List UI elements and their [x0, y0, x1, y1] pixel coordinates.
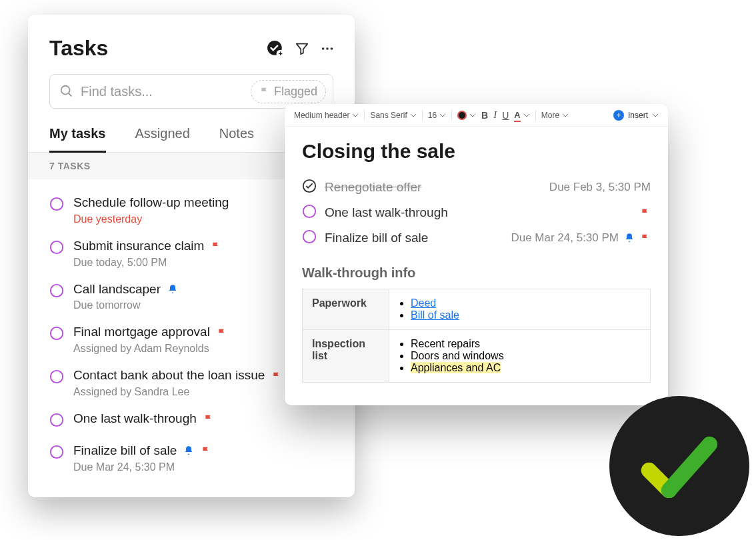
insert-label: Insert	[628, 111, 648, 120]
task-title: One last walk-through	[73, 411, 197, 427]
task-checkbox-checked[interactable]	[302, 179, 317, 196]
svg-line-7	[69, 93, 72, 97]
flag-icon	[640, 233, 651, 243]
text-color-picker[interactable]	[457, 111, 476, 120]
task-title: Contact bank about the loan issue	[73, 368, 265, 383]
flag-icon	[201, 445, 211, 456]
svg-point-3	[322, 47, 325, 50]
flag-icon	[271, 371, 282, 381]
svg-point-9	[51, 241, 63, 253]
flag-icon	[211, 241, 221, 251]
task-checkbox[interactable]	[49, 240, 64, 257]
note-panel: Medium header Sans Serif 16 B I U A More	[285, 104, 668, 405]
table-cell: Deed Bill of sale	[389, 289, 651, 330]
flagged-filter-chip[interactable]: Flagged	[251, 80, 326, 103]
size-label: 16	[428, 111, 437, 120]
chevron-down-icon	[652, 112, 659, 119]
tab-notes[interactable]: Notes	[219, 121, 254, 152]
insert-button[interactable]: + Insert	[613, 110, 659, 121]
search-input[interactable]	[74, 84, 251, 99]
more-label: More	[541, 111, 559, 120]
note-task-row[interactable]: Finalize bill of sale Due Mar 24, 5:30 P…	[302, 225, 651, 251]
flag-icon	[259, 86, 270, 97]
svg-text:+: +	[278, 49, 282, 57]
task-checkbox[interactable]	[302, 204, 317, 221]
separator	[422, 110, 423, 121]
chevron-down-icon	[562, 112, 569, 119]
font-color-button[interactable]: A	[514, 110, 529, 120]
note-task-row[interactable]: Renegotiate offer Due Feb 3, 5:30 PM	[302, 175, 651, 200]
highlighted-text: Appliances and AC	[411, 362, 501, 373]
flag-icon	[217, 327, 227, 338]
font-dropdown[interactable]: Sans Serif	[370, 111, 416, 120]
checkmark-icon	[636, 423, 723, 509]
task-title: Submit insurance claim	[73, 239, 204, 254]
table-row: Paperwork Deed Bill of sale	[303, 289, 651, 330]
svg-point-17	[303, 205, 315, 217]
tab-my-tasks[interactable]: My tasks	[49, 121, 106, 153]
table-label: Inspection list	[303, 330, 389, 383]
note-title: Closing the sale	[302, 140, 651, 163]
task-checkbox[interactable]	[302, 229, 317, 247]
more-icon[interactable]	[320, 41, 335, 56]
list-item: Recent repairs	[411, 338, 641, 350]
task-checkbox[interactable]	[49, 445, 64, 462]
bell-icon	[183, 445, 194, 456]
italic-button[interactable]: I	[493, 109, 497, 121]
svg-point-13	[51, 414, 63, 426]
note-task-due	[640, 207, 651, 218]
note-task-title: One last walk-through	[325, 205, 632, 220]
link-deed[interactable]: Deed	[411, 297, 436, 309]
font-label: Sans Serif	[370, 111, 407, 120]
svg-point-10	[51, 284, 63, 296]
note-subheading: Walk-through info	[302, 265, 651, 281]
filter-icon[interactable]	[295, 41, 309, 56]
separator	[451, 110, 452, 121]
flagged-label: Flagged	[274, 85, 317, 99]
list-item: Doors and windows	[411, 350, 641, 362]
table-cell: Recent repairs Doors and windows Applian…	[389, 330, 651, 383]
svg-point-8	[51, 198, 63, 210]
task-row[interactable]: Finalize bill of sale Due Mar 24, 5:30 P…	[49, 437, 333, 480]
note-task-due: Due Mar 24, 5:30 PM	[511, 231, 651, 245]
checkmark-plus-icon[interactable]: +	[267, 40, 284, 57]
table-row: Inspection list Recent repairs Doors and…	[303, 330, 651, 383]
more-dropdown[interactable]: More	[541, 111, 569, 120]
note-body[interactable]: Closing the sale Renegotiate offer Due F…	[285, 127, 668, 395]
separator	[364, 110, 365, 121]
bold-button[interactable]: B	[481, 110, 488, 121]
tab-assigned[interactable]: Assigned	[135, 121, 190, 152]
task-checkbox[interactable]	[49, 197, 64, 214]
underline-button[interactable]: U	[502, 110, 509, 121]
heading-label: Medium header	[294, 111, 349, 120]
svg-point-6	[61, 86, 70, 95]
svg-point-18	[303, 231, 315, 243]
task-checkbox[interactable]	[49, 413, 64, 430]
editor-toolbar: Medium header Sans Serif 16 B I U A More	[285, 104, 668, 127]
svg-point-4	[326, 47, 329, 50]
link-bill-of-sale[interactable]: Bill of sale	[411, 309, 459, 321]
task-row[interactable]: One last walk-through	[49, 405, 333, 437]
task-title: Schedule follow-up meeting	[73, 195, 229, 211]
list-item: Bill of sale	[411, 309, 641, 321]
svg-point-5	[331, 47, 333, 50]
flag-icon	[203, 413, 214, 424]
note-task-title: Renegotiate offer	[325, 180, 541, 195]
task-checkbox[interactable]	[49, 369, 64, 387]
task-title: Call landscaper	[73, 282, 161, 297]
flag-icon	[640, 207, 651, 218]
bell-icon	[624, 233, 635, 243]
size-dropdown[interactable]: 16	[428, 111, 446, 120]
task-subtext: Due Mar 24, 5:30 PM	[73, 461, 333, 473]
chevron-down-icon	[410, 112, 417, 119]
task-checkbox[interactable]	[49, 326, 64, 343]
note-task-row[interactable]: One last walk-through	[302, 200, 651, 225]
svg-point-15	[458, 111, 466, 119]
plus-icon: +	[613, 110, 624, 121]
due-text: Due Mar 24, 5:30 PM	[511, 231, 619, 245]
list-item: Deed	[411, 297, 641, 309]
task-checkbox[interactable]	[49, 283, 64, 301]
svg-point-12	[51, 371, 63, 383]
tasks-header-actions: +	[267, 40, 335, 57]
heading-dropdown[interactable]: Medium header	[294, 111, 359, 120]
